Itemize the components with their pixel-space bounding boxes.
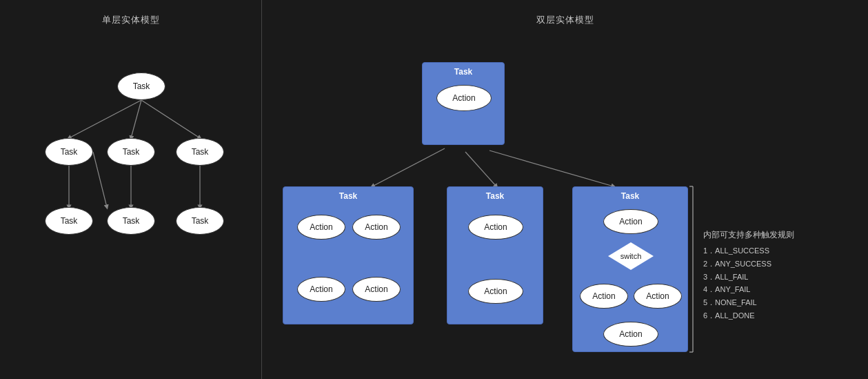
right-panel: 双层实体模型: [262, 0, 868, 379]
left-task-2: Task: [107, 138, 155, 166]
left-task-1: Task: [45, 138, 93, 166]
left-panel-title: 单层实体模型: [0, 0, 261, 26]
root-action-oval: Action: [436, 85, 492, 111]
left-action-3: Action: [297, 277, 345, 302]
left-task-box: Task Action Action Action Action: [283, 186, 414, 324]
left-panel: 单层实体模型 Task Task Task: [0, 0, 262, 379]
annotation-item-6: 6．ALL_DONE: [703, 309, 794, 322]
right-action-4: Action: [603, 322, 658, 347]
right-action-3: Action: [634, 284, 682, 309]
right-task-label: Task: [573, 187, 687, 202]
root-task-box: Task Action: [422, 62, 505, 145]
svg-line-6: [93, 152, 107, 207]
annotation-item-2: 2．ANY_SUCCESS: [703, 257, 794, 271]
annotation-title: 内部可支持多种触发规则: [703, 228, 794, 242]
svg-line-0: [69, 100, 141, 138]
middle-task-label: Task: [447, 187, 543, 202]
left-task-label: Task: [283, 187, 413, 202]
left-task-root: Task: [117, 72, 165, 100]
left-action-4: Action: [352, 277, 401, 302]
svg-line-9: [489, 150, 614, 186]
annotation-item-3: 3．ALL_FAIL: [703, 271, 794, 284]
svg-line-7: [372, 148, 445, 186]
left-panel-svg: [0, 0, 261, 379]
middle-task-box: Task Action Action: [447, 186, 543, 324]
right-task-box: Task Action switch Action Action Action: [572, 186, 688, 352]
left-task-3: Task: [176, 138, 224, 166]
switch-diamond: switch: [608, 242, 654, 270]
middle-action-1: Action: [468, 215, 523, 240]
root-task-label: Task: [423, 63, 504, 78]
right-action-1: Action: [603, 209, 658, 234]
left-task-5: Task: [107, 207, 155, 235]
svg-line-1: [131, 100, 141, 138]
left-action-2: Action: [352, 215, 401, 240]
annotation-item-1: 1．ALL_SUCCESS: [703, 244, 794, 257]
svg-line-8: [465, 152, 496, 186]
middle-action-2: Action: [468, 279, 523, 304]
right-action-2: Action: [580, 284, 628, 309]
annotation-item-5: 5．NONE_FAIL: [703, 296, 794, 309]
right-panel-title: 双层实体模型: [262, 0, 868, 26]
annotation-block: 内部可支持多种触发规则 1．ALL_SUCCESS 2．ANY_SUCCESS …: [703, 228, 794, 322]
left-task-4: Task: [45, 207, 93, 235]
left-action-1: Action: [297, 215, 345, 240]
annotation-item-4: 4．ANY_FAIL: [703, 283, 794, 296]
diagram-container: 单层实体模型 Task Task Task: [0, 0, 868, 379]
svg-line-2: [141, 100, 200, 138]
left-task-6: Task: [176, 207, 224, 235]
